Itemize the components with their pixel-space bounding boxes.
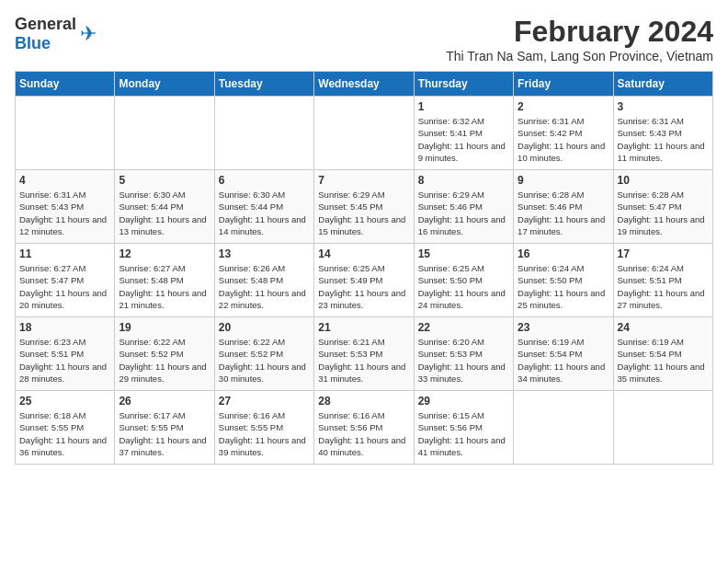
day-number: 9 — [518, 174, 609, 187]
calendar-cell: 26Sunrise: 6:17 AMSunset: 5:55 PMDayligh… — [115, 391, 214, 465]
day-info: Sunrise: 6:21 AMSunset: 5:53 PMDaylight:… — [318, 336, 409, 385]
day-number: 2 — [518, 100, 609, 113]
day-number: 26 — [119, 395, 210, 408]
calendar-cell: 8Sunrise: 6:29 AMSunset: 5:46 PMDaylight… — [414, 170, 513, 244]
calendar-cell — [115, 97, 214, 170]
calendar-cell: 19Sunrise: 6:22 AMSunset: 5:52 PMDayligh… — [115, 317, 214, 391]
calendar-cell — [214, 97, 313, 170]
day-info: Sunrise: 6:23 AMSunset: 5:51 PMDaylight:… — [19, 336, 110, 385]
title-block: February 2024 Thi Tran Na Sam, Lang Son … — [446, 15, 713, 63]
day-info: Sunrise: 6:22 AMSunset: 5:52 PMDaylight:… — [219, 336, 310, 385]
calendar-cell: 22Sunrise: 6:20 AMSunset: 5:53 PMDayligh… — [414, 317, 513, 391]
calendar-week-3: 11Sunrise: 6:27 AMSunset: 5:47 PMDayligh… — [16, 244, 713, 317]
weekday-header-wednesday: Wednesday — [314, 72, 414, 97]
page-header: General Blue ✈ February 2024 Thi Tran Na… — [15, 15, 713, 63]
day-info: Sunrise: 6:24 AMSunset: 5:51 PMDaylight:… — [618, 262, 709, 311]
day-info: Sunrise: 6:24 AMSunset: 5:50 PMDaylight:… — [518, 262, 609, 311]
day-number: 1 — [418, 100, 509, 113]
calendar-cell: 27Sunrise: 6:16 AMSunset: 5:55 PMDayligh… — [214, 391, 313, 465]
day-number: 27 — [219, 395, 310, 408]
calendar-cell: 11Sunrise: 6:27 AMSunset: 5:47 PMDayligh… — [16, 244, 115, 317]
day-number: 10 — [618, 174, 709, 187]
calendar-cell: 6Sunrise: 6:30 AMSunset: 5:44 PMDaylight… — [214, 170, 313, 244]
day-number: 22 — [418, 321, 509, 334]
day-number: 7 — [318, 174, 409, 187]
day-info: Sunrise: 6:30 AMSunset: 5:44 PMDaylight:… — [119, 189, 210, 237]
calendar-cell: 13Sunrise: 6:26 AMSunset: 5:48 PMDayligh… — [214, 244, 313, 317]
day-number: 11 — [19, 247, 110, 260]
day-number: 29 — [418, 395, 509, 408]
day-info: Sunrise: 6:19 AMSunset: 5:54 PMDaylight:… — [518, 336, 609, 385]
logo: General Blue ✈ — [15, 15, 97, 53]
calendar-cell: 23Sunrise: 6:19 AMSunset: 5:54 PMDayligh… — [514, 317, 613, 391]
day-info: Sunrise: 6:31 AMSunset: 5:42 PMDaylight:… — [518, 115, 609, 164]
day-info: Sunrise: 6:16 AMSunset: 5:56 PMDaylight:… — [318, 409, 409, 458]
weekday-header-tuesday: Tuesday — [214, 72, 313, 97]
day-number: 13 — [219, 247, 310, 260]
calendar-cell: 15Sunrise: 6:25 AMSunset: 5:50 PMDayligh… — [414, 244, 513, 317]
day-number: 14 — [318, 247, 409, 260]
location-title: Thi Tran Na Sam, Lang Son Province, Viet… — [446, 49, 713, 63]
calendar-cell: 25Sunrise: 6:18 AMSunset: 5:55 PMDayligh… — [16, 391, 115, 465]
day-number: 17 — [618, 247, 709, 260]
weekday-header-thursday: Thursday — [414, 72, 513, 97]
day-number: 6 — [219, 174, 310, 187]
logo-general: General — [15, 15, 76, 33]
calendar-cell — [314, 97, 414, 170]
weekday-header-saturday: Saturday — [613, 72, 712, 97]
day-number: 3 — [618, 100, 709, 113]
calendar-cell: 12Sunrise: 6:27 AMSunset: 5:48 PMDayligh… — [115, 244, 214, 317]
calendar-cell: 3Sunrise: 6:31 AMSunset: 5:43 PMDaylight… — [613, 97, 712, 170]
calendar-week-2: 4Sunrise: 6:31 AMSunset: 5:43 PMDaylight… — [16, 170, 713, 244]
calendar-cell: 2Sunrise: 6:31 AMSunset: 5:42 PMDaylight… — [514, 97, 613, 170]
day-info: Sunrise: 6:15 AMSunset: 5:56 PMDaylight:… — [418, 409, 509, 458]
logo-bird-icon: ✈ — [80, 22, 97, 46]
day-info: Sunrise: 6:20 AMSunset: 5:53 PMDaylight:… — [418, 336, 509, 385]
logo-blue: Blue — [15, 34, 51, 52]
calendar-cell: 17Sunrise: 6:24 AMSunset: 5:51 PMDayligh… — [613, 244, 712, 317]
calendar-table: SundayMondayTuesdayWednesdayThursdayFrid… — [15, 71, 713, 465]
day-number: 20 — [219, 321, 310, 334]
calendar-cell: 21Sunrise: 6:21 AMSunset: 5:53 PMDayligh… — [314, 317, 414, 391]
day-number: 12 — [119, 247, 210, 260]
day-info: Sunrise: 6:29 AMSunset: 5:45 PMDaylight:… — [318, 189, 409, 237]
calendar-cell: 16Sunrise: 6:24 AMSunset: 5:50 PMDayligh… — [514, 244, 613, 317]
day-number: 19 — [119, 321, 210, 334]
day-info: Sunrise: 6:29 AMSunset: 5:46 PMDaylight:… — [418, 189, 509, 237]
day-info: Sunrise: 6:27 AMSunset: 5:47 PMDaylight:… — [19, 262, 110, 311]
calendar-week-1: 1Sunrise: 6:32 AMSunset: 5:41 PMDaylight… — [16, 97, 713, 170]
calendar-cell: 10Sunrise: 6:28 AMSunset: 5:47 PMDayligh… — [613, 170, 712, 244]
calendar-cell: 29Sunrise: 6:15 AMSunset: 5:56 PMDayligh… — [414, 391, 513, 465]
day-info: Sunrise: 6:16 AMSunset: 5:55 PMDaylight:… — [219, 409, 310, 458]
day-info: Sunrise: 6:31 AMSunset: 5:43 PMDaylight:… — [618, 115, 709, 164]
day-info: Sunrise: 6:18 AMSunset: 5:55 PMDaylight:… — [19, 409, 110, 458]
calendar-cell: 5Sunrise: 6:30 AMSunset: 5:44 PMDaylight… — [115, 170, 214, 244]
day-number: 21 — [318, 321, 409, 334]
day-number: 28 — [318, 395, 409, 408]
day-number: 4 — [19, 174, 110, 187]
day-number: 5 — [119, 174, 210, 187]
day-number: 23 — [518, 321, 609, 334]
calendar-cell: 14Sunrise: 6:25 AMSunset: 5:49 PMDayligh… — [314, 244, 414, 317]
day-number: 25 — [19, 395, 110, 408]
day-info: Sunrise: 6:32 AMSunset: 5:41 PMDaylight:… — [418, 115, 509, 164]
day-number: 16 — [518, 247, 609, 260]
month-title: February 2024 — [446, 15, 713, 49]
calendar-week-5: 25Sunrise: 6:18 AMSunset: 5:55 PMDayligh… — [16, 391, 713, 465]
calendar-cell: 9Sunrise: 6:28 AMSunset: 5:46 PMDaylight… — [514, 170, 613, 244]
day-info: Sunrise: 6:19 AMSunset: 5:54 PMDaylight:… — [618, 336, 709, 385]
day-info: Sunrise: 6:31 AMSunset: 5:43 PMDaylight:… — [19, 189, 110, 237]
calendar-cell: 24Sunrise: 6:19 AMSunset: 5:54 PMDayligh… — [613, 317, 712, 391]
day-info: Sunrise: 6:30 AMSunset: 5:44 PMDaylight:… — [219, 189, 310, 237]
calendar-cell: 28Sunrise: 6:16 AMSunset: 5:56 PMDayligh… — [314, 391, 414, 465]
day-number: 24 — [618, 321, 709, 334]
calendar-cell: 20Sunrise: 6:22 AMSunset: 5:52 PMDayligh… — [214, 317, 313, 391]
day-info: Sunrise: 6:25 AMSunset: 5:50 PMDaylight:… — [418, 262, 509, 311]
calendar-cell — [514, 391, 613, 465]
calendar-cell: 4Sunrise: 6:31 AMSunset: 5:43 PMDaylight… — [16, 170, 115, 244]
calendar-cell — [613, 391, 712, 465]
weekday-header-friday: Friday — [514, 72, 613, 97]
calendar-cell: 18Sunrise: 6:23 AMSunset: 5:51 PMDayligh… — [16, 317, 115, 391]
day-info: Sunrise: 6:17 AMSunset: 5:55 PMDaylight:… — [119, 409, 210, 458]
day-number: 18 — [19, 321, 110, 334]
